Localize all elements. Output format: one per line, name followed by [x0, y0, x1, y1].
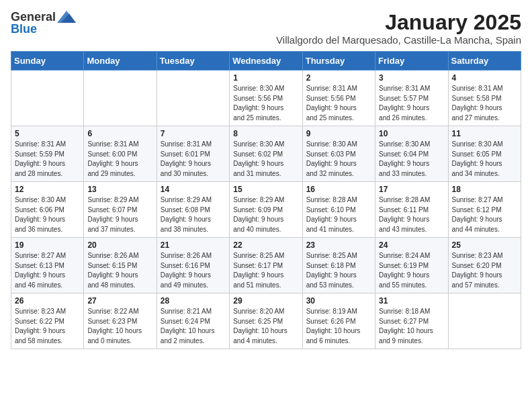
day-info: Sunrise: 8:29 AM Sunset: 6:08 PM Dayligh…	[161, 195, 226, 234]
day-info: Sunrise: 8:28 AM Sunset: 6:10 PM Dayligh…	[306, 195, 371, 234]
day-info: Sunrise: 8:31 AM Sunset: 6:00 PM Dayligh…	[87, 140, 152, 179]
table-row: 1Sunrise: 8:30 AM Sunset: 5:56 PM Daylig…	[230, 71, 302, 126]
day-info: Sunrise: 8:29 AM Sunset: 6:09 PM Dayligh…	[233, 195, 298, 234]
table-row: 11Sunrise: 8:30 AM Sunset: 6:05 PM Dayli…	[448, 126, 521, 182]
header-sunday: Sunday	[11, 52, 84, 71]
day-info: Sunrise: 8:25 AM Sunset: 6:17 PM Dayligh…	[233, 251, 298, 290]
day-info: Sunrise: 8:23 AM Sunset: 6:20 PM Dayligh…	[452, 251, 517, 290]
calendar-week-row: 26Sunrise: 8:23 AM Sunset: 6:22 PM Dayli…	[11, 293, 521, 349]
day-number: 3	[379, 73, 444, 83]
day-number: 8	[233, 129, 298, 138]
day-number: 24	[379, 240, 444, 250]
table-row: 13Sunrise: 8:29 AM Sunset: 6:07 PM Dayli…	[84, 182, 157, 238]
logo-general-text: General	[11, 11, 56, 23]
day-number: 29	[233, 296, 298, 306]
day-info: Sunrise: 8:31 AM Sunset: 5:57 PM Dayligh…	[379, 84, 444, 123]
table-row: 5Sunrise: 8:31 AM Sunset: 5:59 PM Daylig…	[11, 126, 84, 182]
day-number: 2	[306, 73, 371, 83]
table-row: 18Sunrise: 8:27 AM Sunset: 6:12 PM Dayli…	[448, 182, 521, 238]
day-number: 22	[233, 240, 298, 250]
day-number: 28	[161, 296, 226, 306]
header-wednesday: Wednesday	[230, 52, 302, 71]
day-info: Sunrise: 8:27 AM Sunset: 6:13 PM Dayligh…	[15, 251, 80, 290]
day-number: 1	[233, 73, 298, 83]
day-number: 21	[161, 240, 226, 250]
day-info: Sunrise: 8:25 AM Sunset: 6:18 PM Dayligh…	[306, 251, 371, 290]
day-number: 16	[306, 185, 371, 194]
table-row: 20Sunrise: 8:26 AM Sunset: 6:15 PM Dayli…	[84, 238, 157, 293]
day-number: 19	[15, 240, 80, 250]
table-row: 17Sunrise: 8:28 AM Sunset: 6:11 PM Dayli…	[375, 182, 448, 238]
day-number: 9	[306, 129, 371, 138]
table-row: 21Sunrise: 8:26 AM Sunset: 6:16 PM Dayli…	[157, 238, 229, 293]
day-number: 31	[379, 296, 444, 306]
calendar-table: Sunday Monday Tuesday Wednesday Thursday…	[11, 51, 521, 349]
calendar-week-row: 19Sunrise: 8:27 AM Sunset: 6:13 PM Dayli…	[11, 238, 521, 293]
day-info: Sunrise: 8:31 AM Sunset: 6:01 PM Dayligh…	[161, 140, 226, 179]
calendar-subtitle: Villalgordo del Marquesado, Castille-La …	[276, 34, 521, 46]
day-number: 6	[87, 129, 152, 138]
day-number: 17	[379, 185, 444, 194]
table-row: 14Sunrise: 8:29 AM Sunset: 6:08 PM Dayli…	[157, 182, 229, 238]
table-row: 19Sunrise: 8:27 AM Sunset: 6:13 PM Dayli…	[11, 238, 84, 293]
day-info: Sunrise: 8:30 AM Sunset: 6:03 PM Dayligh…	[306, 140, 371, 179]
day-info: Sunrise: 8:23 AM Sunset: 6:22 PM Dayligh…	[15, 307, 80, 346]
day-number: 12	[15, 185, 80, 194]
day-info: Sunrise: 8:31 AM Sunset: 5:56 PM Dayligh…	[306, 84, 371, 123]
day-info: Sunrise: 8:29 AM Sunset: 6:07 PM Dayligh…	[87, 195, 152, 234]
header-saturday: Saturday	[448, 52, 521, 71]
day-info: Sunrise: 8:31 AM Sunset: 5:58 PM Dayligh…	[452, 84, 517, 123]
calendar-week-row: 5Sunrise: 8:31 AM Sunset: 5:59 PM Daylig…	[11, 126, 521, 182]
title-block: January 2025 Villalgordo del Marquesado,…	[276, 11, 521, 46]
header-friday: Friday	[375, 52, 448, 71]
day-info: Sunrise: 8:21 AM Sunset: 6:24 PM Dayligh…	[161, 307, 226, 346]
table-row: 8Sunrise: 8:30 AM Sunset: 6:02 PM Daylig…	[230, 126, 302, 182]
table-row: 10Sunrise: 8:30 AM Sunset: 6:04 PM Dayli…	[375, 126, 448, 182]
day-number: 10	[379, 129, 444, 138]
table-row: 2Sunrise: 8:31 AM Sunset: 5:56 PM Daylig…	[302, 71, 375, 126]
day-number: 13	[87, 185, 152, 194]
day-info: Sunrise: 8:24 AM Sunset: 6:19 PM Dayligh…	[379, 251, 444, 290]
table-row: 26Sunrise: 8:23 AM Sunset: 6:22 PM Dayli…	[11, 293, 84, 349]
day-info: Sunrise: 8:27 AM Sunset: 6:12 PM Dayligh…	[452, 195, 517, 234]
day-number: 20	[87, 240, 152, 250]
day-number: 5	[15, 129, 80, 138]
day-info: Sunrise: 8:18 AM Sunset: 6:27 PM Dayligh…	[379, 307, 444, 346]
day-info: Sunrise: 8:31 AM Sunset: 5:59 PM Dayligh…	[15, 140, 80, 179]
table-row: 25Sunrise: 8:23 AM Sunset: 6:20 PM Dayli…	[448, 238, 521, 293]
day-number: 30	[306, 296, 371, 306]
calendar-title: January 2025	[276, 11, 521, 34]
table-row	[11, 71, 84, 126]
calendar-week-row: 12Sunrise: 8:30 AM Sunset: 6:06 PM Dayli…	[11, 182, 521, 238]
logo: General Blue	[11, 11, 76, 35]
day-info: Sunrise: 8:30 AM Sunset: 5:56 PM Dayligh…	[233, 84, 298, 123]
table-row: 7Sunrise: 8:31 AM Sunset: 6:01 PM Daylig…	[157, 126, 229, 182]
day-number: 27	[87, 296, 152, 306]
table-row: 29Sunrise: 8:20 AM Sunset: 6:25 PM Dayli…	[230, 293, 302, 349]
calendar-header-row: Sunday Monday Tuesday Wednesday Thursday…	[11, 52, 521, 71]
table-row: 23Sunrise: 8:25 AM Sunset: 6:18 PM Dayli…	[302, 238, 375, 293]
day-info: Sunrise: 8:20 AM Sunset: 6:25 PM Dayligh…	[233, 307, 298, 346]
day-info: Sunrise: 8:22 AM Sunset: 6:23 PM Dayligh…	[87, 307, 152, 346]
table-row	[84, 71, 157, 126]
day-info: Sunrise: 8:30 AM Sunset: 6:04 PM Dayligh…	[379, 140, 444, 179]
logo-blue-text: Blue	[11, 23, 37, 35]
calendar-week-row: 1Sunrise: 8:30 AM Sunset: 5:56 PM Daylig…	[11, 71, 521, 126]
day-info: Sunrise: 8:30 AM Sunset: 6:02 PM Dayligh…	[233, 140, 298, 179]
table-row: 15Sunrise: 8:29 AM Sunset: 6:09 PM Dayli…	[230, 182, 302, 238]
table-row	[157, 71, 229, 126]
table-row: 27Sunrise: 8:22 AM Sunset: 6:23 PM Dayli…	[84, 293, 157, 349]
day-number: 14	[161, 185, 226, 194]
table-row: 9Sunrise: 8:30 AM Sunset: 6:03 PM Daylig…	[302, 126, 375, 182]
header-tuesday: Tuesday	[157, 52, 229, 71]
day-info: Sunrise: 8:26 AM Sunset: 6:15 PM Dayligh…	[87, 251, 152, 290]
day-info: Sunrise: 8:19 AM Sunset: 6:26 PM Dayligh…	[306, 307, 371, 346]
day-info: Sunrise: 8:26 AM Sunset: 6:16 PM Dayligh…	[161, 251, 226, 290]
day-info: Sunrise: 8:30 AM Sunset: 6:06 PM Dayligh…	[15, 195, 80, 234]
day-number: 7	[161, 129, 226, 138]
day-number: 15	[233, 185, 298, 194]
table-row: 6Sunrise: 8:31 AM Sunset: 6:00 PM Daylig…	[84, 126, 157, 182]
day-info: Sunrise: 8:30 AM Sunset: 6:05 PM Dayligh…	[452, 140, 517, 179]
header-monday: Monday	[84, 52, 157, 71]
day-number: 4	[452, 73, 517, 83]
